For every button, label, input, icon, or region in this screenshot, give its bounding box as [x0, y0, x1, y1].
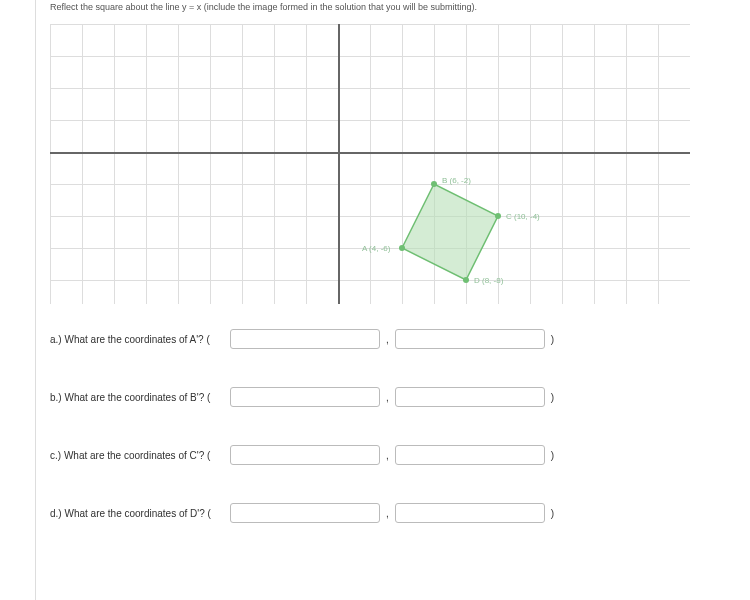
point-a — [399, 245, 405, 251]
comma: , — [386, 392, 389, 403]
input-c-x[interactable] — [230, 445, 380, 465]
close-paren: ) — [551, 334, 554, 345]
question-c-label: c.) What are the coordinates of C'? ( — [50, 450, 230, 461]
label-c: C (10, -4) — [506, 212, 540, 221]
input-a-x[interactable] — [230, 329, 380, 349]
label-a: A (4, -6) — [362, 244, 390, 253]
svg-marker-0 — [402, 184, 498, 280]
question-b-row: b.) What are the coordinates of B'? ( , … — [50, 387, 750, 407]
input-d-x[interactable] — [230, 503, 380, 523]
question-b-label: b.) What are the coordinates of B'? ( — [50, 392, 230, 403]
question-d-row: d.) What are the coordinates of D'? ( , … — [50, 503, 750, 523]
question-c-row: c.) What are the coordinates of C'? ( , … — [50, 445, 750, 465]
point-c — [495, 213, 501, 219]
question-a-row: a.) What are the coordinates of A'? ( , … — [50, 329, 750, 349]
input-b-y[interactable] — [395, 387, 545, 407]
question-d-label: d.) What are the coordinates of D'? ( — [50, 508, 230, 519]
close-paren: ) — [551, 508, 554, 519]
comma: , — [386, 450, 389, 461]
comma: , — [386, 508, 389, 519]
label-b: B (6, -2) — [442, 176, 471, 185]
close-paren: ) — [551, 450, 554, 461]
left-divider — [35, 0, 36, 600]
instruction-text: Reflect the square about the line y = x … — [50, 0, 750, 24]
question-a-label: a.) What are the coordinates of A'? ( — [50, 334, 230, 345]
comma: , — [386, 334, 389, 345]
input-c-y[interactable] — [395, 445, 545, 465]
label-d: D (8, -8) — [474, 276, 503, 285]
close-paren: ) — [551, 392, 554, 403]
point-b — [431, 181, 437, 187]
input-d-y[interactable] — [395, 503, 545, 523]
input-b-x[interactable] — [230, 387, 380, 407]
point-d — [463, 277, 469, 283]
input-a-y[interactable] — [395, 329, 545, 349]
square-shape — [50, 24, 690, 304]
coordinate-grid: A (4, -6) B (6, -2) C (10, -4) D (8, -8) — [50, 24, 690, 304]
